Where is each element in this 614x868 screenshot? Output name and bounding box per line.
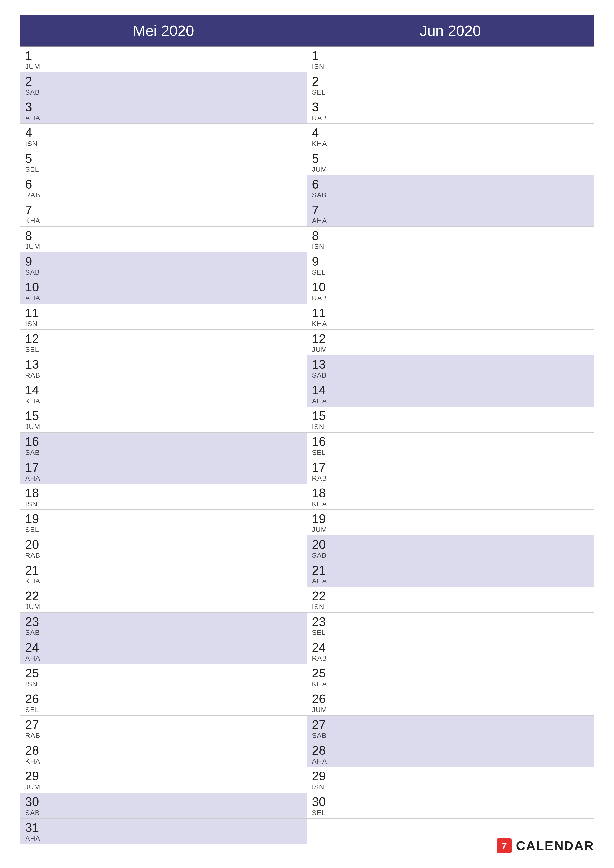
day-number: 20 [25, 538, 302, 552]
day-row: 20RAB [20, 535, 307, 561]
day-row: 13SAB [307, 355, 594, 381]
calendar-brand-icon: 7 [497, 838, 511, 853]
day-name: JUM [312, 706, 589, 714]
day-row: 9SEL [307, 253, 594, 278]
day-row: 7KHA [20, 201, 307, 227]
day-number: 27 [312, 718, 589, 732]
day-number: 25 [25, 666, 302, 680]
day-number: 3 [312, 101, 589, 114]
day-number: 9 [25, 255, 302, 268]
day-name: KHA [25, 577, 302, 585]
day-number: 22 [312, 589, 589, 603]
day-name: SEL [25, 346, 302, 353]
day-number: 24 [312, 641, 589, 654]
day-row: 27SAB [307, 716, 594, 741]
day-name: AHA [312, 217, 589, 225]
day-name: SAB [25, 809, 302, 817]
day-number: 16 [25, 435, 302, 449]
day-name: ISN [312, 243, 589, 251]
day-row: 4ISN [20, 124, 307, 149]
day-name: RAB [25, 732, 302, 739]
day-row: 2SAB [20, 72, 307, 98]
day-number: 26 [312, 692, 589, 706]
day-row: 9SAB [20, 253, 307, 278]
day-number: 12 [312, 332, 589, 346]
day-row: 8JUM [20, 227, 307, 253]
day-name: AHA [25, 654, 302, 662]
day-number: 16 [312, 435, 589, 449]
day-row: 6RAB [20, 175, 307, 201]
day-row: 1ISN [307, 46, 594, 72]
day-number: 8 [25, 229, 302, 243]
day-name: SEL [25, 166, 302, 174]
day-name: ISN [312, 423, 589, 431]
day-row: 15ISN [307, 407, 594, 432]
day-number: 28 [312, 744, 589, 757]
day-row: 5SEL [20, 149, 307, 175]
day-number: 8 [312, 229, 589, 243]
day-row: 29JUM [20, 767, 307, 793]
day-number: 29 [25, 770, 302, 783]
day-name: SAB [312, 552, 589, 560]
day-name: KHA [25, 757, 302, 765]
svg-text:7: 7 [501, 840, 507, 851]
day-row: 26SEL [20, 690, 307, 716]
day-number: 14 [312, 383, 589, 397]
day-number: 1 [25, 49, 302, 63]
day-row: 22ISN [307, 587, 594, 613]
day-name: SEL [312, 268, 589, 276]
day-row: 26JUM [307, 690, 594, 716]
day-name: ISN [25, 140, 302, 148]
day-row: 31AHA [20, 818, 307, 844]
day-name: KHA [312, 500, 589, 508]
day-name: ISN [312, 783, 589, 791]
day-number: 18 [312, 487, 589, 500]
day-number: 29 [312, 770, 589, 783]
day-number: 25 [312, 666, 589, 680]
day-row: 14AHA [307, 381, 594, 407]
day-row: 17AHA [20, 458, 307, 484]
day-number: 14 [25, 383, 302, 397]
day-number: 23 [25, 615, 302, 629]
day-number: 26 [25, 692, 302, 706]
day-number: 3 [25, 101, 302, 114]
day-number: 22 [25, 589, 302, 603]
month-header-1: Jun 2020 [307, 16, 594, 46]
day-row: 29ISN [307, 767, 594, 793]
month-header-0: Mei 2020 [20, 16, 307, 46]
brand-label: CALENDAR [516, 838, 594, 853]
day-number: 7 [25, 203, 302, 217]
month-column-0: Mei 20201JUM2SAB3AHA4ISN5SEL6RAB7KHA8JUM… [20, 16, 307, 852]
day-number: 10 [312, 281, 589, 294]
day-number: 10 [25, 281, 302, 294]
day-name: AHA [25, 294, 302, 302]
day-row: 25KHA [307, 664, 594, 690]
day-row: 30SEL [307, 793, 594, 818]
day-row: 18ISN [20, 484, 307, 510]
day-row: 10AHA [20, 278, 307, 304]
day-row: 22JUM [20, 587, 307, 613]
day-name: AHA [25, 474, 302, 482]
day-name: KHA [312, 140, 589, 148]
day-row: 25ISN [20, 664, 307, 690]
day-name: ISN [312, 63, 589, 71]
day-number: 30 [312, 795, 589, 809]
day-number: 28 [25, 744, 302, 757]
day-name: KHA [312, 320, 589, 328]
day-name: JUM [25, 783, 302, 791]
day-row: 1JUM [20, 46, 307, 72]
calendar-grid: Mei 20201JUM2SAB3AHA4ISN5SEL6RAB7KHA8JUM… [20, 15, 594, 853]
day-row: 24RAB [307, 639, 594, 664]
day-number: 23 [312, 615, 589, 629]
day-number: 17 [312, 461, 589, 474]
day-name: JUM [312, 346, 589, 353]
day-name: JUM [25, 243, 302, 251]
day-row: 20SAB [307, 535, 594, 561]
day-row: 18KHA [307, 484, 594, 510]
day-row: 12JUM [307, 330, 594, 355]
day-name: JUM [25, 423, 302, 431]
day-row: 24AHA [20, 639, 307, 664]
day-name: JUM [312, 526, 589, 534]
day-name: KHA [25, 217, 302, 225]
day-number: 4 [25, 126, 302, 140]
